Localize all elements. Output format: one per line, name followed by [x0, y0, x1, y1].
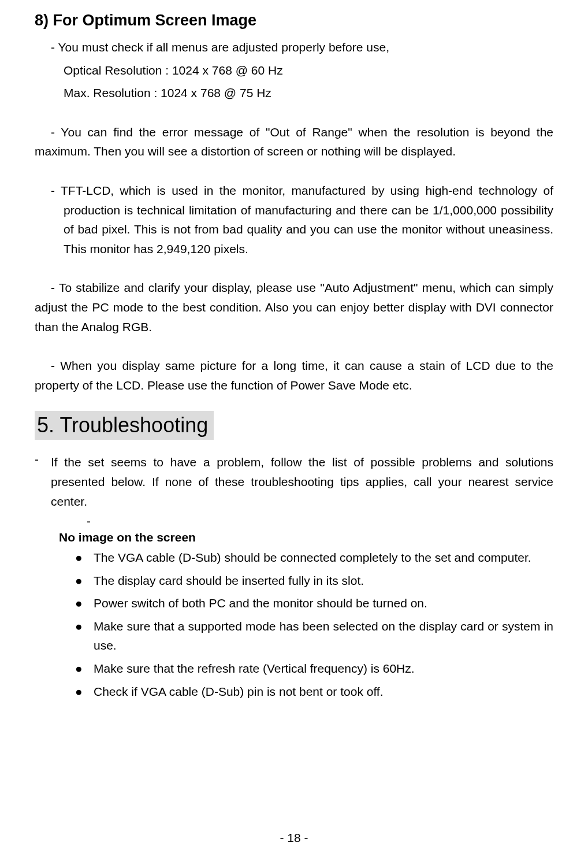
- bullet-icon: ●: [75, 593, 94, 613]
- list-item: ● Check if VGA cable (D-Sub) pin is not …: [75, 682, 553, 702]
- list-item: ● Power switch of both PC and the monito…: [75, 593, 553, 613]
- section-8-line-1: - You must check if all menus are adjust…: [51, 38, 553, 57]
- bullet-icon: ●: [75, 682, 94, 702]
- section-8-line-2: Optical Resolution : 1024 x 768 @ 60 Hz: [64, 61, 553, 80]
- list-item: ● Make sure that a supported mode has be…: [75, 617, 553, 655]
- section-8-heading: 8) For Optimum Screen Image: [35, 12, 553, 29]
- section-8-line-3: Max. Resolution : 1024 x 768 @ 75 Hz: [64, 83, 553, 103]
- chapter-5-intro: - If the set seems to have a problem, fo…: [35, 452, 553, 511]
- dash-marker: -: [35, 452, 51, 511]
- chapter-5-heading: 5. Troubleshooting: [35, 411, 214, 440]
- bullet-list: ● The VGA cable (D-Sub) should be connec…: [75, 548, 553, 701]
- section-8-para-1: - You can find the error message of "Out…: [35, 123, 553, 161]
- list-item: ● The VGA cable (D-Sub) should be connec…: [75, 548, 553, 567]
- bullet-icon: ●: [75, 571, 94, 591]
- bullet-icon: ●: [75, 659, 94, 678]
- bullet-icon: ●: [75, 617, 94, 655]
- no-image-subheading: No image on the screen: [59, 531, 553, 544]
- section-8-para-4: - When you display same picture for a lo…: [35, 356, 553, 395]
- list-item: ● Make sure that the refresh rate (Verti…: [75, 659, 553, 678]
- bullet-icon: ●: [75, 548, 94, 567]
- page-number: - 18 -: [0, 831, 588, 845]
- list-item: ● The display card should be inserted fu…: [75, 571, 553, 591]
- intro-text: If the set seems to have a problem, foll…: [51, 452, 553, 511]
- lone-dash: -: [87, 514, 553, 528]
- section-8-para-2: - TFT-LCD, which is used in the monitor,…: [35, 181, 553, 258]
- section-8-para-3: - To stabilize and clarify your display,…: [35, 278, 553, 336]
